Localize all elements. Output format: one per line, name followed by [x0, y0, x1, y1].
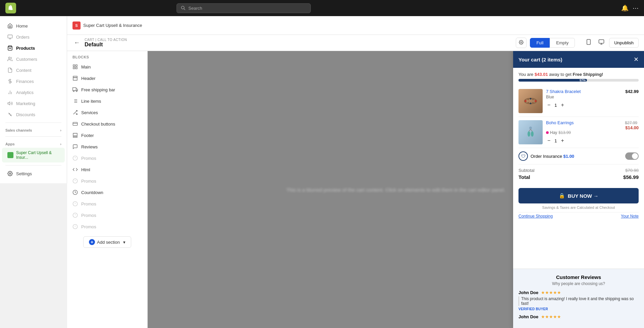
sidebar-item-discounts[interactable]: Discounts	[2, 109, 65, 120]
block-reviews[interactable]: Reviews	[67, 141, 147, 152]
toggle-knob	[632, 153, 638, 159]
sidebar-item-content[interactable]: Content	[2, 65, 65, 76]
cart-header: Your cart (2 items) ✕	[513, 51, 644, 68]
sidebar-item-settings[interactable]: Settings	[2, 168, 65, 179]
item-1-decrease[interactable]: −	[546, 101, 552, 109]
item-2-variant-row: Hay $13.99	[546, 130, 639, 135]
total-row: Total $56.99	[518, 174, 639, 180]
svg-line-69	[531, 129, 532, 131]
reviews-section: Customer Reviews Why people are choosing…	[513, 269, 644, 328]
svg-rect-38	[73, 122, 77, 125]
insurance-toggle[interactable]	[625, 152, 639, 160]
app-header-title: Super Cart Upsell & Insurance	[83, 23, 142, 28]
review-card-2: John Doe ★★★★★	[518, 314, 639, 319]
insurance-row: 🛡 Order Insurance $1.00	[518, 148, 639, 165]
header-icon	[72, 76, 78, 81]
block-promos-3[interactable]: Promos	[67, 198, 147, 209]
block-promos-5[interactable]: Promos	[67, 221, 147, 232]
item-1-variant: Blue	[546, 95, 639, 99]
cart-body: You are $43.01 away to get Free Shipping…	[513, 68, 644, 269]
your-note-link[interactable]: Your Note	[621, 214, 639, 219]
block-promos-1[interactable]: Promos	[67, 152, 147, 164]
sidebar-item-customers[interactable]: Customers	[2, 54, 65, 64]
cart-close-button[interactable]: ✕	[634, 56, 639, 63]
unpublish-button[interactable]: Unpublish	[609, 38, 639, 48]
insurance-icon: 🛡	[518, 151, 528, 161]
svg-point-65	[529, 127, 532, 129]
back-button[interactable]: ←	[72, 38, 81, 48]
block-services[interactable]: Services	[67, 107, 147, 118]
mobile-view-button[interactable]	[584, 38, 594, 48]
services-icon	[72, 110, 78, 115]
search-bar[interactable]: Search	[177, 3, 311, 13]
item-2-top-row: Boho Earrings $27.99 $14.00	[546, 120, 639, 130]
promos-icon-4	[72, 213, 78, 218]
discounts-icon	[7, 112, 13, 117]
blocks-title: BLOCKS	[67, 51, 147, 61]
cart-item-2: Boho Earrings $27.99 $14.00 Ha	[518, 117, 639, 148]
block-header[interactable]: Header	[67, 73, 147, 84]
svg-point-67	[531, 131, 534, 137]
content-icon	[7, 67, 13, 73]
sales-channels-expand[interactable]: ›	[60, 128, 61, 132]
svg-rect-26	[73, 88, 76, 91]
shopify-logo	[5, 3, 16, 13]
svg-marker-27	[76, 89, 78, 90]
total-value: $56.99	[623, 174, 639, 180]
analytics-icon	[7, 90, 13, 95]
item-2-increase[interactable]: +	[560, 137, 565, 144]
svg-point-58	[528, 99, 529, 100]
svg-line-14	[8, 113, 11, 116]
view-full-button[interactable]: Full	[530, 38, 550, 48]
block-promos-4[interactable]: Promos	[67, 209, 147, 221]
more-options-icon[interactable]: ⋯	[633, 4, 639, 12]
continue-shopping-link[interactable]: Continue Shopping	[518, 214, 553, 219]
sidebar-item-home[interactable]: Home	[2, 20, 65, 31]
subtotal-value: $70.98	[625, 168, 639, 173]
truck-icon	[72, 87, 78, 92]
block-footer[interactable]: Footer	[67, 130, 147, 141]
shipping-bar-text: You are $43.01 away to get Free Shipping…	[518, 72, 639, 77]
item-2-decrease[interactable]: −	[546, 137, 552, 144]
app-logo: S	[72, 21, 81, 30]
mobile-icon	[586, 39, 592, 45]
sidebar-item-orders[interactable]: Orders	[2, 32, 65, 42]
apps-expand[interactable]: ›	[60, 142, 61, 146]
sidebar-item-marketing[interactable]: Marketing	[2, 98, 65, 109]
block-promos-2[interactable]: Promos	[67, 175, 147, 187]
buy-now-button[interactable]: 🔒 BUY NOW →	[518, 188, 639, 203]
item-2-name[interactable]: Boho Earrings	[546, 120, 574, 130]
block-line-items[interactable]: Line items	[67, 95, 147, 107]
item-1-price: $42.99	[625, 89, 639, 95]
add-section-button[interactable]: + Add section ▾	[83, 236, 131, 248]
divider	[5, 123, 61, 123]
item-1-increase[interactable]: +	[560, 101, 565, 109]
promos-icon-2	[72, 178, 78, 184]
block-free-shipping-bar[interactable]: Free shipping bar	[67, 84, 147, 95]
settings-gear-button[interactable]	[516, 38, 527, 48]
divider2	[5, 136, 61, 137]
svg-point-64	[528, 102, 529, 104]
svg-point-29	[76, 91, 77, 92]
savings-note: Savings & Taxes are Calculated at Checko…	[518, 205, 639, 209]
block-main[interactable]: Main	[67, 61, 147, 73]
block-countdown[interactable]: Countdown	[67, 187, 147, 198]
svg-rect-2	[8, 35, 12, 38]
totals-section: Subtotal $70.98 Total $56.99	[518, 165, 639, 185]
desktop-view-button[interactable]	[596, 38, 606, 48]
sidebar-item-super-cart[interactable]: Super Cart Upsell & Insur...	[2, 148, 65, 162]
dropdown-arrow: ▾	[123, 240, 126, 245]
block-html[interactable]: Html	[67, 164, 147, 175]
sales-channels-section: Sales channels ›	[0, 126, 67, 134]
notification-icon[interactable]: 🔔	[621, 4, 629, 12]
block-checkout-buttons[interactable]: Checkout buttons	[67, 118, 147, 130]
svg-point-66	[528, 131, 530, 137]
sidebar-item-finances[interactable]: Finances	[2, 76, 65, 87]
svg-marker-11	[8, 102, 10, 105]
reviewer-1-stars: ★★★★★	[541, 290, 561, 295]
svg-line-1	[184, 9, 185, 10]
sidebar-item-analytics[interactable]: Analytics	[2, 87, 65, 98]
item-1-name[interactable]: 7 Shakra Bracelet	[546, 89, 581, 94]
sidebar-item-products[interactable]: Products	[2, 43, 65, 53]
view-empty-button[interactable]: Empty	[550, 38, 575, 48]
